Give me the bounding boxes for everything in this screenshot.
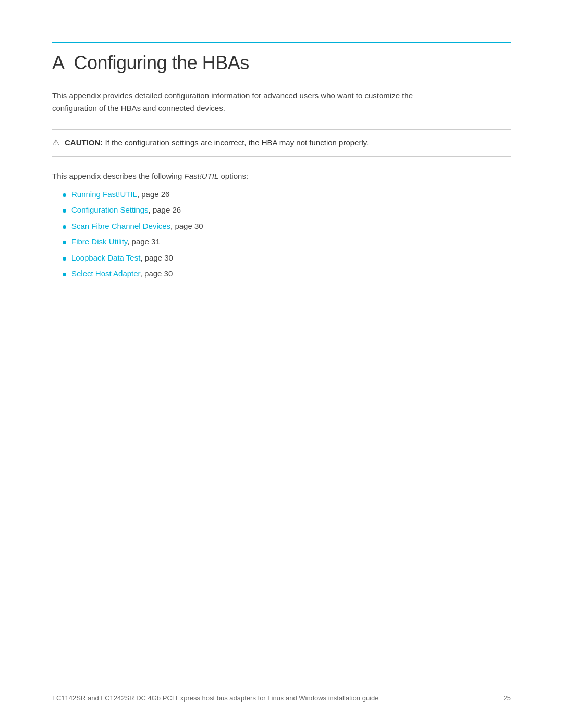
footer-text: FC1142SR and FC1242SR DC 4Gb PCI Express… xyxy=(52,694,379,702)
bullet-dot xyxy=(63,273,66,276)
caution-icon: ⚠ xyxy=(52,138,59,147)
caution-body: If the configuration settings are incorr… xyxy=(105,138,369,147)
list-item-content: Select Host Adapter, page 30 xyxy=(71,268,173,280)
bullet-dot xyxy=(63,225,66,229)
bullet-dot xyxy=(63,193,66,197)
chapter-header: AConfiguring the HBAs xyxy=(52,42,511,74)
list-item-suffix: , page 30 xyxy=(140,269,173,278)
configuration-settings-link[interactable]: Configuration Settings xyxy=(71,205,149,214)
list-item: Running Fast!UTIL, page 26 xyxy=(63,189,511,201)
list-item-suffix: , page 26 xyxy=(137,190,170,199)
caution-label: CAUTION: xyxy=(65,138,103,147)
list-item: Configuration Settings, page 26 xyxy=(63,204,511,216)
page-container: AConfiguring the HBAs This appendix prov… xyxy=(0,0,563,728)
page-footer: FC1142SR and FC1242SR DC 4Gb PCI Express… xyxy=(52,694,511,702)
caution-text: CAUTION: If the configuration settings a… xyxy=(65,137,369,149)
intro-text: This appendix provides detailed configur… xyxy=(52,90,448,115)
list-item-content: Loopback Data Test, page 30 xyxy=(71,252,173,264)
scan-fibre-channel-devices-link[interactable]: Scan Fibre Channel Devices xyxy=(71,221,170,230)
describes-prefix: This appendix describes the following xyxy=(52,171,184,180)
fibre-disk-utility-link[interactable]: Fibre Disk Utility xyxy=(71,237,127,246)
footer-page-number: 25 xyxy=(504,694,511,702)
describes-product: Fast!UTIL xyxy=(184,171,218,180)
list-item-suffix: , page 30 xyxy=(170,221,203,230)
describes-suffix: options: xyxy=(218,171,248,180)
list-item-suffix: , page 26 xyxy=(149,205,181,214)
bullet-dot xyxy=(63,209,66,213)
bullet-dot xyxy=(63,257,66,261)
list-item-suffix: , page 30 xyxy=(140,253,173,262)
loopback-data-test-link[interactable]: Loopback Data Test xyxy=(71,253,140,262)
list-item-suffix: , page 31 xyxy=(127,237,160,246)
list-item-content: Fibre Disk Utility, page 31 xyxy=(71,236,160,248)
list-item-content: Running Fast!UTIL, page 26 xyxy=(71,189,169,201)
caution-box: ⚠ CAUTION: If the configuration settings… xyxy=(52,129,511,157)
list-item-content: Scan Fibre Channel Devices, page 30 xyxy=(71,220,203,232)
chapter-letter: A xyxy=(52,52,65,73)
select-host-adapter-link[interactable]: Select Host Adapter xyxy=(71,269,140,278)
list-item: Loopback Data Test, page 30 xyxy=(63,252,511,264)
list-item: Scan Fibre Channel Devices, page 30 xyxy=(63,220,511,232)
list-item: Select Host Adapter, page 30 xyxy=(63,268,511,280)
list-item-content: Configuration Settings, page 26 xyxy=(71,204,181,216)
bullet-dot xyxy=(63,241,66,244)
describes-text: This appendix describes the following Fa… xyxy=(52,171,511,180)
bullet-list: Running Fast!UTIL, page 26 Configuration… xyxy=(52,189,511,280)
chapter-title: AConfiguring the HBAs xyxy=(52,52,511,74)
chapter-title-text: Configuring the HBAs xyxy=(74,52,249,73)
running-fastutil-link[interactable]: Running Fast!UTIL xyxy=(71,190,137,199)
list-item: Fibre Disk Utility, page 31 xyxy=(63,236,511,248)
